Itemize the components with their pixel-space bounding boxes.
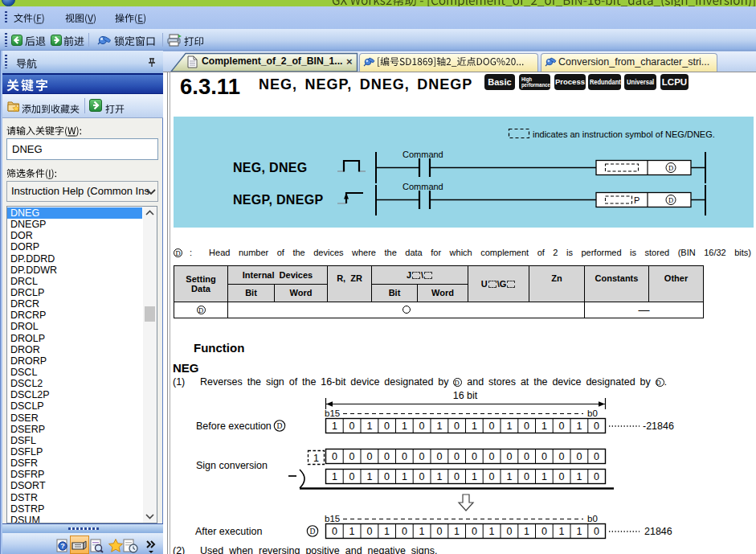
svg-text:1: 1: [332, 421, 337, 432]
svg-text:1: 1: [454, 526, 460, 537]
svg-text:Command: Command: [403, 182, 443, 191]
svg-text:1: 1: [541, 421, 547, 432]
svg-text:0: 0: [419, 421, 425, 432]
svg-text:0: 0: [524, 471, 529, 482]
svg-text:0: 0: [384, 471, 390, 482]
svg-text:1: 1: [366, 471, 372, 482]
svg-text:0: 0: [594, 421, 599, 432]
svg-text:indicates an instruction symbo: indicates an instruction symbol of NEG/D…: [533, 129, 715, 139]
svg-text:b0: b0: [587, 514, 598, 523]
svg-text:0: 0: [594, 471, 599, 482]
svg-text:1: 1: [559, 526, 565, 537]
svg-text:1: 1: [524, 526, 529, 537]
svg-text:Before execution: Before execution: [196, 421, 272, 432]
svg-text:0: 0: [349, 421, 355, 432]
svg-text:1: 1: [506, 471, 512, 482]
svg-text:P: P: [634, 195, 640, 205]
svg-text:-21846: -21846: [643, 421, 674, 432]
svg-text:0: 0: [366, 526, 372, 537]
svg-text:0: 0: [489, 421, 495, 432]
svg-text:0: 0: [594, 451, 599, 462]
svg-text:0: 0: [349, 471, 355, 482]
svg-text:0: 0: [419, 471, 425, 482]
svg-text:21846: 21846: [644, 526, 672, 537]
svg-text:NEGP, DNEGP: NEGP, DNEGP: [233, 193, 323, 207]
svg-text:0: 0: [384, 421, 390, 432]
svg-text:0: 0: [541, 526, 547, 537]
svg-text:b0: b0: [587, 408, 598, 418]
svg-text:NEG, DNEG: NEG, DNEG: [233, 161, 308, 174]
svg-text:0: 0: [541, 451, 547, 462]
svg-text:1: 1: [472, 421, 477, 432]
svg-text:0: 0: [506, 451, 512, 462]
svg-text:b15: b15: [325, 514, 340, 523]
svg-text:0: 0: [559, 451, 565, 462]
svg-text:D: D: [668, 196, 673, 204]
svg-text:0: 0: [349, 451, 355, 462]
svg-text:1: 1: [384, 526, 390, 537]
svg-text:0: 0: [332, 451, 337, 462]
svg-text:D: D: [668, 164, 673, 172]
svg-text:Command: Command: [403, 150, 443, 159]
svg-text:b15: b15: [325, 408, 340, 418]
svg-text:0: 0: [366, 451, 372, 462]
svg-text:0: 0: [576, 451, 582, 462]
svg-text:?: ?: [60, 542, 65, 550]
svg-text:0: 0: [436, 526, 442, 537]
svg-text:1: 1: [472, 471, 477, 482]
svg-text:0: 0: [472, 451, 477, 462]
svg-text:0: 0: [559, 471, 565, 482]
svg-text:D: D: [310, 527, 316, 536]
svg-text:0: 0: [594, 526, 599, 537]
svg-text:After execution: After execution: [195, 526, 262, 537]
svg-text:1: 1: [506, 421, 512, 432]
svg-text:0: 0: [384, 451, 390, 462]
svg-text:1: 1: [576, 526, 582, 537]
svg-text:0: 0: [419, 451, 425, 462]
svg-text:1: 1: [332, 471, 337, 482]
svg-text:1: 1: [349, 526, 355, 537]
svg-text:0: 0: [402, 451, 407, 462]
svg-text:0: 0: [524, 421, 529, 432]
svg-text:1: 1: [402, 421, 407, 432]
svg-text:1: 1: [576, 421, 582, 432]
svg-text:Sign conversion: Sign conversion: [196, 460, 268, 471]
svg-text:0: 0: [454, 451, 460, 462]
svg-text:0: 0: [489, 471, 495, 482]
svg-text:0: 0: [436, 451, 442, 462]
svg-text:1: 1: [366, 421, 372, 432]
svg-text:0: 0: [402, 526, 407, 537]
svg-text:0: 0: [489, 451, 495, 462]
svg-text:1: 1: [576, 471, 582, 482]
svg-text:0: 0: [524, 451, 529, 462]
svg-text:16 bit: 16 bit: [453, 390, 478, 401]
svg-text:1: 1: [313, 453, 319, 464]
svg-text:1: 1: [436, 471, 442, 482]
svg-text:0: 0: [454, 471, 460, 482]
svg-text:0: 0: [332, 526, 337, 537]
svg-text:0: 0: [559, 421, 565, 432]
svg-text:0: 0: [506, 526, 512, 537]
svg-text:1: 1: [541, 471, 547, 482]
svg-text:0: 0: [454, 421, 460, 432]
svg-text:1: 1: [489, 526, 495, 537]
svg-text:1: 1: [402, 471, 407, 482]
svg-text:1: 1: [419, 526, 425, 537]
svg-text:D: D: [277, 422, 283, 430]
svg-text:1: 1: [436, 421, 442, 432]
svg-text:0: 0: [472, 526, 477, 537]
